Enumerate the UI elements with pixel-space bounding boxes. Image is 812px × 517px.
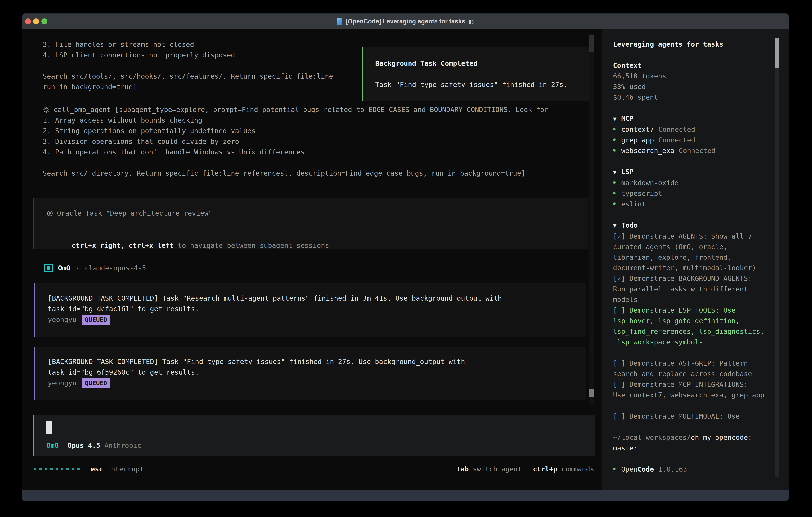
terminal-line: [43, 60, 333, 71]
workspace-path: ~/local-workspaces/oh-my-opencode:: [613, 432, 789, 443]
task-user: yeongyu: [48, 316, 76, 324]
scrollbar-segment[interactable]: [589, 35, 594, 52]
task-message-line: task_id="bg_6f59260c" to get results.: [48, 367, 586, 378]
workspace-branch: master: [613, 443, 789, 454]
context-spent: $0.46 spent: [613, 92, 789, 103]
tab-key-label: switch agent: [473, 465, 522, 473]
todo-section-heading[interactable]: ▼Todo: [613, 220, 789, 231]
tool-call-text: call_omo_agent [subagent_type=explore, p…: [54, 104, 548, 115]
lsp-item: markdown-oxide: [613, 178, 789, 188]
esc-key-label: interrupt: [107, 465, 144, 473]
sidebar-session-title: Leveraging agents for tasks: [613, 39, 789, 50]
todo-item-pending: [ ] Demonstrate MULTIMODAL: Use: [613, 411, 789, 421]
shortcut-hint: to navigate between subagent sessions: [174, 241, 329, 249]
green-dot-icon: [613, 202, 616, 205]
background-task-message: [BACKGROUND TASK COMPLETED] Task "Find t…: [34, 347, 586, 401]
todo-item-active: [ ] Demonstrate LSP TOOLS: Use lsp_hover…: [613, 305, 789, 348]
fisheye-icon: [47, 211, 53, 216]
tool-call-line: Search src/ directory. Return specific f…: [43, 168, 548, 179]
task-user: yeongyu: [48, 379, 76, 387]
shortcut-keys: ctrl+x right, ctrl+x left: [71, 241, 174, 249]
status-bar: esc interrupt tab switch agent ctrl+p co…: [22, 463, 602, 475]
mcp-item: websearch_exaConnected: [613, 145, 789, 156]
scrollbar-thumb[interactable]: [775, 37, 779, 67]
main-scrollbar[interactable]: [589, 34, 594, 405]
sidebar-scrollbar[interactable]: [775, 37, 779, 478]
chevron-down-icon: ▼: [613, 115, 616, 122]
status-badge: QUEUED: [82, 378, 110, 388]
tool-call-block: call_omo_agent [subagent_type=explore, p…: [43, 104, 548, 179]
terminal-line: 3. File handles or streams not closed: [43, 39, 333, 50]
chevron-down-icon: ▼: [613, 169, 616, 175]
lsp-item: typescript: [613, 188, 789, 199]
agent-name: OmO: [58, 264, 70, 272]
text-cursor: [46, 421, 52, 434]
task-message-line: task_id="bg_dcfac161" to get results.: [48, 304, 586, 314]
oracle-task-box: Oracle Task "Deep architecture review" c…: [33, 197, 588, 249]
window-title: [OpenCode] Leveraging agents for tasks ◐: [337, 18, 474, 25]
background-task-toast: Background Task Completed Task "Find typ…: [362, 47, 592, 101]
context-used: 33% used: [613, 81, 789, 92]
gear-icon: [43, 106, 50, 113]
close-button[interactable]: [25, 19, 31, 24]
terminal-line: Search src/tools/, src/hooks/, src/featu…: [43, 71, 333, 82]
input-model: Opus 4.5: [67, 441, 100, 450]
mcp-item: grep_appConnected: [613, 135, 789, 145]
tab-key-hint: tab: [456, 465, 468, 473]
terminal-line: 4. LSP client connections not properly d…: [43, 50, 333, 60]
green-dot-icon: [613, 128, 616, 130]
half-circle-icon: ◐: [468, 18, 474, 25]
model-name: claude-opus-4-5: [85, 264, 146, 272]
context-heading: Context: [613, 60, 789, 71]
tool-call-line: 1. Array access without bounds checking: [43, 115, 548, 126]
input-provider: Anthropic: [105, 441, 141, 450]
sidebar: Leveraging agents for tasks Context 66,5…: [602, 29, 789, 490]
traffic-lights: [25, 13, 47, 29]
context-tokens: 66,518 tokens: [613, 71, 789, 81]
todo-item-done: [✓] Demonstrate BACKGROUND AGENTS: Run p…: [613, 273, 789, 305]
terminal-scrollback: 3. File handles or streams not closed 4.…: [43, 39, 333, 92]
opencode-window: [OpenCode] Leveraging agents for tasks ◐…: [22, 13, 789, 501]
ctrlp-key-hint: ctrl+p: [533, 465, 557, 473]
lsp-item: eslint: [613, 199, 789, 209]
toast-body: Task "Find type safety issues" finished …: [375, 79, 580, 90]
minimize-button[interactable]: [33, 19, 39, 24]
lsp-section-heading[interactable]: ▼LSP: [613, 166, 789, 178]
mcp-item: context7Connected: [613, 124, 789, 135]
green-dot-icon: [613, 149, 616, 152]
scrollbar-thumb[interactable]: [589, 389, 594, 398]
terminal-line: run_in_background=true]: [43, 82, 333, 92]
separator-dot: ·: [75, 264, 79, 272]
green-dot-icon: [613, 192, 616, 194]
green-dot-icon: [613, 181, 616, 184]
input-agent: OmO: [46, 441, 59, 450]
agent-square-icon: [45, 264, 53, 272]
ctrlp-key-label: commands: [561, 465, 594, 473]
background-task-message: [BACKGROUND TASK COMPLETED] Task "Resear…: [34, 283, 586, 337]
status-badge: QUEUED: [82, 315, 110, 325]
spinner-dots-icon: [34, 468, 80, 470]
green-dot-icon: [613, 468, 616, 470]
zoom-button[interactable]: [41, 19, 47, 24]
todo-item-pending: [ ] Demonstrate AST-GREP: Pattern search…: [613, 358, 789, 379]
task-message-line: [BACKGROUND TASK COMPLETED] Task "Find t…: [48, 356, 586, 367]
tool-call-line: 2. String operations on potentially unde…: [43, 126, 548, 136]
todo-item-done: [✓] Demonstrate AGENTS: Show all 7 curat…: [613, 231, 789, 273]
window-title-text: [OpenCode] Leveraging agents for tasks: [346, 18, 465, 25]
window-bottom-bar: [22, 490, 789, 501]
tool-call-line: 4. Path operations that don't handle Win…: [43, 147, 548, 157]
green-dot-icon: [613, 138, 616, 141]
tool-call-line: 3. Division operations that could divide…: [43, 136, 548, 147]
prompt-input[interactable]: OmO Opus 4.5 Anthropic: [33, 415, 595, 456]
todo-item-pending: [ ] Demonstrate MCP INTEGRATIONS: Use co…: [613, 379, 789, 401]
session-header: OmO · claude-opus-4-5: [45, 263, 146, 273]
chevron-down-icon: ▼: [613, 222, 616, 229]
esc-key-hint: esc: [91, 465, 103, 473]
document-icon: [337, 18, 343, 25]
task-message-line: [BACKGROUND TASK COMPLETED] Task "Resear…: [48, 293, 586, 304]
oracle-task-title: Oracle Task "Deep architecture review": [57, 208, 212, 219]
tool-call-line: [43, 157, 548, 168]
toast-title: Background Task Completed: [375, 58, 580, 69]
window-titlebar[interactable]: [OpenCode] Leveraging agents for tasks ◐: [22, 13, 789, 29]
mcp-section-heading[interactable]: ▼MCP: [613, 113, 789, 124]
